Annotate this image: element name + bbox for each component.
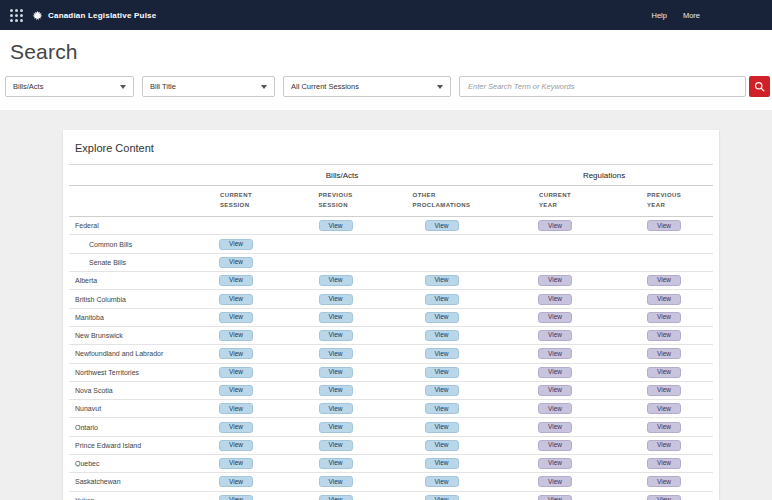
view-button[interactable]: View	[538, 458, 572, 469]
view-button[interactable]: View	[538, 275, 572, 286]
table-cell: View	[283, 385, 388, 396]
view-button[interactable]: View	[319, 440, 353, 451]
view-button[interactable]: View	[647, 348, 681, 359]
view-button[interactable]: View	[647, 367, 681, 378]
view-button[interactable]: View	[647, 422, 681, 433]
view-button[interactable]: View	[219, 239, 253, 250]
view-button[interactable]: View	[219, 312, 253, 323]
view-button[interactable]: View	[538, 440, 572, 451]
column-header-current-year: CURRENT YEAR	[495, 186, 615, 216]
view-button[interactable]: View	[319, 275, 353, 286]
view-button[interactable]: View	[647, 294, 681, 305]
view-button[interactable]: View	[219, 330, 253, 341]
page-title: Search	[10, 40, 770, 64]
view-button[interactable]: View	[219, 257, 253, 268]
view-button[interactable]: View	[319, 294, 353, 305]
table-cell: View	[388, 220, 495, 231]
view-button[interactable]: View	[219, 275, 253, 286]
view-button[interactable]: View	[538, 348, 572, 359]
table-cell: View	[615, 422, 713, 433]
view-button[interactable]: View	[425, 440, 459, 451]
table-cell: View	[189, 458, 283, 469]
view-button[interactable]: View	[319, 367, 353, 378]
view-button[interactable]: View	[647, 458, 681, 469]
view-button[interactable]: View	[647, 330, 681, 341]
view-button[interactable]: View	[647, 312, 681, 323]
view-button[interactable]: View	[319, 458, 353, 469]
search-section: Search Bills/Acts Bill Title All Current…	[0, 30, 772, 110]
view-button[interactable]: View	[647, 385, 681, 396]
view-button[interactable]: View	[425, 312, 459, 323]
view-button[interactable]: View	[219, 367, 253, 378]
session-dropdown[interactable]: All Current Sessions	[283, 76, 451, 97]
view-button[interactable]: View	[538, 330, 572, 341]
view-button[interactable]: View	[219, 440, 253, 451]
view-button[interactable]: View	[538, 495, 572, 500]
view-button[interactable]: View	[425, 367, 459, 378]
more-link[interactable]: More	[683, 11, 700, 20]
view-button[interactable]: View	[319, 422, 353, 433]
content-type-dropdown[interactable]: Bills/Acts	[5, 76, 134, 97]
view-button[interactable]: View	[425, 458, 459, 469]
view-button[interactable]: View	[219, 403, 253, 414]
view-button[interactable]: View	[319, 495, 353, 500]
search-button[interactable]	[749, 76, 770, 97]
view-button[interactable]: View	[219, 422, 253, 433]
view-button[interactable]: View	[219, 495, 253, 500]
search-input[interactable]	[459, 76, 746, 97]
view-button[interactable]: View	[219, 458, 253, 469]
view-button[interactable]: View	[319, 312, 353, 323]
view-button[interactable]: View	[219, 348, 253, 359]
table-row: Common BillsView	[69, 235, 713, 253]
table-cell: View	[615, 294, 713, 305]
dropdown-value: All Current Sessions	[291, 82, 359, 91]
view-button[interactable]: View	[319, 476, 353, 487]
row-label: Nunavut	[69, 405, 189, 412]
view-button[interactable]: View	[647, 403, 681, 414]
view-button[interactable]: View	[647, 275, 681, 286]
view-button[interactable]: View	[319, 403, 353, 414]
view-button[interactable]: View	[538, 294, 572, 305]
search-field-dropdown[interactable]: Bill Title	[142, 76, 275, 97]
chevron-down-icon	[261, 85, 267, 89]
view-button[interactable]: View	[538, 476, 572, 487]
apps-grid-icon[interactable]	[10, 9, 23, 22]
view-button[interactable]: View	[319, 330, 353, 341]
view-button[interactable]: View	[647, 476, 681, 487]
view-button[interactable]: View	[425, 476, 459, 487]
column-header-previous-year: PREVIOUS YEAR	[615, 186, 713, 216]
view-button[interactable]: View	[425, 275, 459, 286]
view-button[interactable]: View	[425, 348, 459, 359]
table-row: Senate BillsView	[69, 254, 713, 272]
view-button[interactable]: View	[425, 385, 459, 396]
table-cell: View	[495, 367, 615, 378]
dropdown-value: Bill Title	[150, 82, 176, 91]
column-header-previous-session: PREVIOUS SESSION	[283, 186, 388, 216]
view-button[interactable]: View	[425, 220, 459, 231]
view-button[interactable]: View	[647, 440, 681, 451]
view-button[interactable]: View	[319, 385, 353, 396]
view-button[interactable]: View	[219, 385, 253, 396]
view-button[interactable]: View	[425, 495, 459, 500]
view-button[interactable]: View	[319, 348, 353, 359]
view-button[interactable]: View	[538, 385, 572, 396]
view-button[interactable]: View	[647, 220, 681, 231]
view-button[interactable]: View	[219, 476, 253, 487]
view-button[interactable]: View	[425, 422, 459, 433]
view-button[interactable]: View	[538, 220, 572, 231]
view-button[interactable]: View	[425, 330, 459, 341]
table-cell: View	[283, 275, 388, 286]
view-button[interactable]: View	[538, 312, 572, 323]
view-button[interactable]: View	[538, 422, 572, 433]
view-button[interactable]: View	[219, 294, 253, 305]
help-link[interactable]: Help	[651, 11, 666, 20]
table-cell: View	[283, 495, 388, 500]
table-cell: View	[495, 312, 615, 323]
view-button[interactable]: View	[538, 403, 572, 414]
view-button[interactable]: View	[319, 220, 353, 231]
view-button[interactable]: View	[647, 495, 681, 500]
table-cell: View	[495, 422, 615, 433]
view-button[interactable]: View	[425, 403, 459, 414]
view-button[interactable]: View	[425, 294, 459, 305]
view-button[interactable]: View	[538, 367, 572, 378]
